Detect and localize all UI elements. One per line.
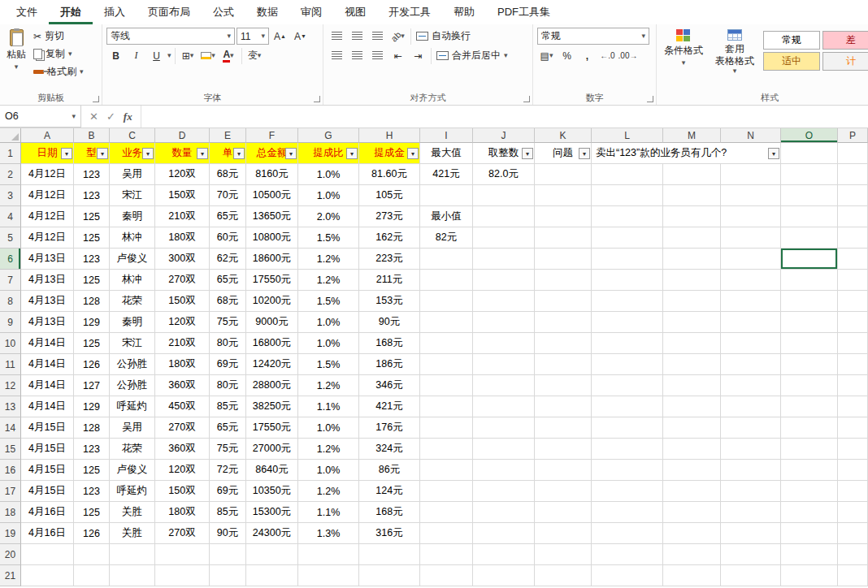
tab-帮助[interactable]: 帮助 [442,0,486,24]
cell-J5[interactable] [473,227,535,249]
cell-B9[interactable]: 129 [74,312,110,333]
cell-P3[interactable] [838,185,868,206]
wrap-text-button[interactable]: 自动换行 [414,28,472,45]
cell-D9[interactable]: 120双 [155,312,210,333]
cell-G8[interactable]: 1.5% [298,291,359,312]
cell-E2[interactable]: 68元 [210,164,246,185]
font-name-select[interactable]: 等线 ▾ [106,28,235,45]
cell-M17[interactable] [663,481,721,502]
cell-H17[interactable]: 124元 [359,481,420,502]
cell-H16[interactable]: 86元 [359,460,420,481]
cell-H21[interactable] [359,565,420,586]
cell-B2[interactable]: 123 [74,164,110,185]
cell-I12[interactable] [420,375,473,396]
cell-M2[interactable] [663,164,721,185]
cell-H13[interactable]: 421元 [359,396,420,417]
cell-H10[interactable]: 168元 [359,333,420,354]
cell-B13[interactable]: 129 [74,396,110,417]
cell-E21[interactable] [210,565,246,586]
cell-F7[interactable]: 17550元 [246,270,298,291]
cell-C1[interactable]: 业务▾ [110,143,155,164]
cell-G15[interactable]: 1.2% [298,439,359,460]
cell-M3[interactable] [663,185,721,206]
clipboard-dialog-launcher-icon[interactable] [93,96,99,102]
cell-J21[interactable] [473,565,535,586]
cell-A16[interactable]: 4月15日 [21,460,74,481]
cell-J19[interactable] [473,523,535,544]
cell-B3[interactable]: 123 [74,185,110,206]
format-painter-button[interactable]: 格式刷 ▾ [32,63,85,80]
cell-A17[interactable]: 4月15日 [21,481,74,502]
cell-K3[interactable] [535,185,592,206]
cell-D4[interactable]: 210双 [155,206,210,227]
column-header-C[interactable]: C [110,128,155,143]
cell-G2[interactable]: 1.0% [298,164,359,185]
accounting-format-button[interactable]: ▤▾ [537,47,556,64]
cell-F3[interactable]: 10500元 [246,185,298,206]
column-header-I[interactable]: I [420,128,473,143]
cell-N16[interactable] [721,460,781,481]
cell-C15[interactable]: 花荣 [110,439,155,460]
cell-L9[interactable] [592,312,663,333]
tab-公式[interactable]: 公式 [202,0,245,24]
comma-style-button[interactable]: , [578,47,597,64]
cell-J6[interactable] [473,249,535,270]
increase-decimal-button[interactable]: ←.0 [598,47,617,64]
cell-N18[interactable] [721,502,781,523]
tab-开始[interactable]: 开始 [49,0,93,24]
copy-button[interactable]: 复制 ▾ [32,45,85,63]
tab-PDF工具集[interactable]: PDF工具集 [486,0,562,24]
cell-O2[interactable] [781,164,838,185]
cell-E13[interactable]: 85元 [210,396,246,417]
cell-H18[interactable]: 168元 [359,502,420,523]
cell-L18[interactable] [592,502,663,523]
cell-E3[interactable]: 70元 [210,185,246,206]
cell-N10[interactable] [721,333,781,354]
cell-E18[interactable]: 85元 [210,502,246,523]
cell-J12[interactable] [473,375,535,396]
cell-K14[interactable] [535,417,592,439]
cell-D3[interactable]: 150双 [155,185,210,206]
cell-H6[interactable]: 223元 [359,249,420,270]
borders-button[interactable]: ⊞▾ [179,47,197,64]
cell-D19[interactable]: 270双 [155,523,210,544]
cell-D21[interactable] [155,565,210,586]
cell-B6[interactable]: 123 [74,249,110,270]
cell-F6[interactable]: 18600元 [246,249,298,270]
cell-B14[interactable]: 128 [74,417,110,439]
cell-O11[interactable] [781,354,838,375]
bold-button[interactable]: B [106,47,125,64]
cell-M14[interactable] [663,417,721,439]
cell-O7[interactable] [781,270,838,291]
row-header-13[interactable]: 13 [0,396,21,417]
cell-N2[interactable] [721,164,781,185]
cell-P13[interactable] [838,396,868,417]
row-header-9[interactable]: 9 [0,312,21,333]
cell-G19[interactable]: 1.3% [298,523,359,544]
cell-H2[interactable]: 81.60元 [359,164,420,185]
cell-D16[interactable]: 120双 [155,460,210,481]
cell-I7[interactable] [420,270,473,291]
cell-K8[interactable] [535,291,592,312]
cell-H19[interactable]: 316元 [359,523,420,544]
cell-L7[interactable] [592,270,663,291]
cell-C14[interactable]: 吴用 [110,417,155,439]
cell-M16[interactable] [663,460,721,481]
cell-J13[interactable] [473,396,535,417]
cell-F16[interactable]: 8640元 [246,460,298,481]
filter-dropdown-icon-B1[interactable]: ▾ [97,148,108,159]
column-header-E[interactable]: E [210,128,246,143]
cell-I2[interactable]: 421元 [420,164,473,185]
cell-A9[interactable]: 4月13日 [21,312,74,333]
filter-dropdown-icon-K1[interactable]: ▾ [579,148,590,159]
cell-D11[interactable]: 180双 [155,354,210,375]
cell-style-计[interactable]: 计 [822,52,868,71]
cell-O20[interactable] [781,544,838,565]
cell-A11[interactable]: 4月14日 [21,354,74,375]
cell-G20[interactable] [298,544,359,565]
cell-P10[interactable] [838,333,868,354]
row-header-3[interactable]: 3 [0,185,21,206]
cancel-icon[interactable]: ✕ [89,110,98,123]
cell-I1[interactable]: 最大值 [420,143,473,164]
cell-C11[interactable]: 公孙胜 [110,354,155,375]
